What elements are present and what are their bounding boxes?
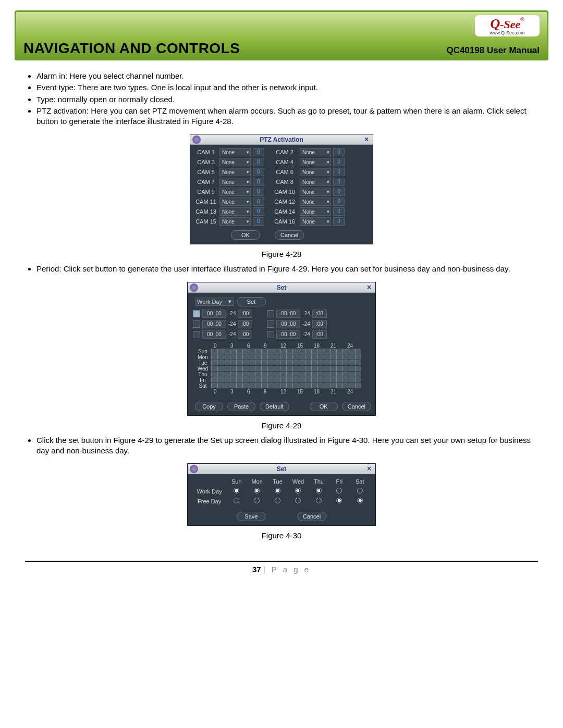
time-to-input[interactable]: :00	[238, 310, 252, 318]
ptz-preset-input[interactable]: 0	[333, 188, 345, 196]
ptz-action-select[interactable]: None▾	[219, 188, 251, 196]
ptz-action-select[interactable]: None▾	[300, 207, 331, 216]
close-icon[interactable]: ×	[365, 465, 373, 473]
default-button[interactable]: Default	[260, 402, 289, 411]
day-bar[interactable]	[211, 377, 361, 382]
time-dash: -24	[228, 311, 236, 316]
ptz-preset-input[interactable]: 0	[253, 178, 264, 186]
ptz-preset-input[interactable]: 0	[333, 198, 345, 206]
day-bar[interactable]	[211, 354, 361, 360]
tick-label: 18	[314, 389, 331, 394]
day-row: Thu	[195, 372, 371, 377]
cancel-button[interactable]: Cancel	[275, 230, 304, 240]
ptz-preset-input[interactable]: 0	[253, 158, 264, 166]
ptz-action-select[interactable]: None▾	[300, 198, 331, 206]
ptz-action-select[interactable]: None▾	[300, 178, 331, 186]
ptz-action-select[interactable]: None▾	[300, 148, 331, 156]
cam-label: CAM 10	[272, 189, 298, 195]
cam-label: CAM 6	[272, 169, 298, 175]
ptz-action-select[interactable]: None▾	[300, 158, 331, 166]
day-radio[interactable]	[349, 498, 370, 504]
day-radio[interactable]	[267, 498, 288, 504]
day-radio[interactable]	[349, 488, 370, 495]
figure-caption: Figure 4-28	[25, 250, 538, 258]
day-radio[interactable]	[308, 488, 329, 495]
close-icon[interactable]: ×	[365, 283, 373, 292]
time-to-input[interactable]: :00	[312, 310, 327, 318]
cancel-button[interactable]: Cancel	[342, 402, 371, 411]
day-radio[interactable]	[308, 498, 329, 504]
day-col-header: Thu	[309, 478, 329, 485]
ptz-preset-input[interactable]: 0	[253, 207, 264, 216]
ok-button[interactable]: OK	[310, 402, 338, 411]
time-from-input[interactable]: 00 :00	[276, 330, 300, 339]
day-bar[interactable]	[211, 360, 361, 365]
ptz-preset-input[interactable]: 0	[253, 168, 264, 176]
close-icon[interactable]: ×	[362, 135, 371, 144]
time-to-input[interactable]: :00	[312, 320, 327, 328]
time-to-input[interactable]: :00	[312, 330, 327, 339]
ptz-action-select[interactable]: None▾	[219, 217, 251, 226]
ptz-action-select[interactable]: None▾	[219, 148, 251, 156]
cancel-button[interactable]: Cancel	[297, 512, 326, 521]
period-checkbox[interactable]	[193, 320, 200, 328]
ptz-action-select[interactable]: None▾	[219, 198, 251, 206]
time-from-input[interactable]: 00 :00	[202, 330, 226, 339]
period-checkbox[interactable]	[267, 320, 274, 328]
ptz-action-select[interactable]: None▾	[219, 158, 251, 166]
time-range-cell: 00 :00-24:00	[193, 320, 252, 328]
day-radio[interactable]	[288, 488, 309, 495]
ok-button[interactable]: OK	[231, 230, 260, 240]
time-from-input[interactable]: 00 :00	[276, 320, 300, 328]
day-radio[interactable]	[288, 498, 309, 504]
ptz-preset-input[interactable]: 0	[333, 168, 345, 176]
ptz-preset-input[interactable]: 0	[253, 148, 264, 156]
workday-select[interactable]: Work Day▾	[195, 298, 234, 306]
day-radio[interactable]	[226, 488, 247, 495]
ptz-preset-input[interactable]: 0	[253, 198, 264, 206]
day-radio[interactable]	[247, 488, 267, 495]
ptz-preset-input[interactable]: 0	[333, 217, 345, 226]
day-label: Tue	[195, 360, 211, 366]
ptz-preset-input[interactable]: 0	[333, 178, 345, 186]
paste-button[interactable]: Paste	[227, 402, 255, 411]
figure-caption: Figure 4-30	[25, 531, 538, 540]
cam-label: CAM 2	[272, 149, 298, 155]
ptz-action-select[interactable]: None▾	[219, 207, 251, 216]
day-radio[interactable]	[329, 498, 350, 504]
day-radio[interactable]	[226, 498, 247, 504]
ptz-action-select[interactable]: None▾	[300, 168, 331, 176]
ptz-preset-input[interactable]: 0	[333, 158, 345, 166]
day-bar[interactable]	[211, 372, 361, 377]
page-header: Q-See® www.Q-See.com NAVIGATION AND CONT…	[15, 10, 548, 60]
ptz-preset-input[interactable]: 0	[253, 188, 264, 196]
day-bar[interactable]	[211, 366, 361, 371]
time-to-input[interactable]: :00	[238, 330, 252, 339]
save-button[interactable]: Save	[237, 512, 266, 521]
app-icon	[190, 283, 198, 292]
day-bar[interactable]	[211, 383, 361, 388]
time-from-input[interactable]: 00 :00	[202, 320, 226, 328]
day-bar[interactable]	[211, 349, 361, 354]
day-radio[interactable]	[247, 498, 267, 504]
ptz-preset-input[interactable]: 0	[333, 207, 345, 216]
period-checkbox[interactable]	[267, 331, 274, 338]
ptz-preset-input[interactable]: 0	[253, 217, 264, 226]
copy-button[interactable]: Copy	[195, 402, 223, 411]
ptz-action-select[interactable]: None▾	[300, 188, 331, 196]
day-radio[interactable]	[329, 488, 350, 495]
day-radio[interactable]	[267, 488, 288, 495]
time-to-input[interactable]: :00	[238, 320, 252, 328]
period-checkbox[interactable]	[193, 310, 200, 317]
period-checkbox[interactable]	[193, 331, 200, 338]
day-label: Wed	[195, 366, 211, 372]
ptz-action-select[interactable]: None▾	[300, 217, 331, 226]
set-button[interactable]: Set	[237, 297, 266, 306]
ptz-action-select[interactable]: None▾	[219, 178, 251, 186]
time-from-input[interactable]: 00 :00	[202, 310, 226, 318]
time-from-input[interactable]: 00 :00	[276, 310, 300, 318]
period-checkbox[interactable]	[267, 310, 274, 317]
ptz-action-select[interactable]: None▾	[219, 168, 251, 176]
set-dialog: Set × Work Day▾ Set 00 :00-24:0000 :00-2…	[187, 282, 376, 416]
ptz-preset-input[interactable]: 0	[333, 148, 345, 156]
